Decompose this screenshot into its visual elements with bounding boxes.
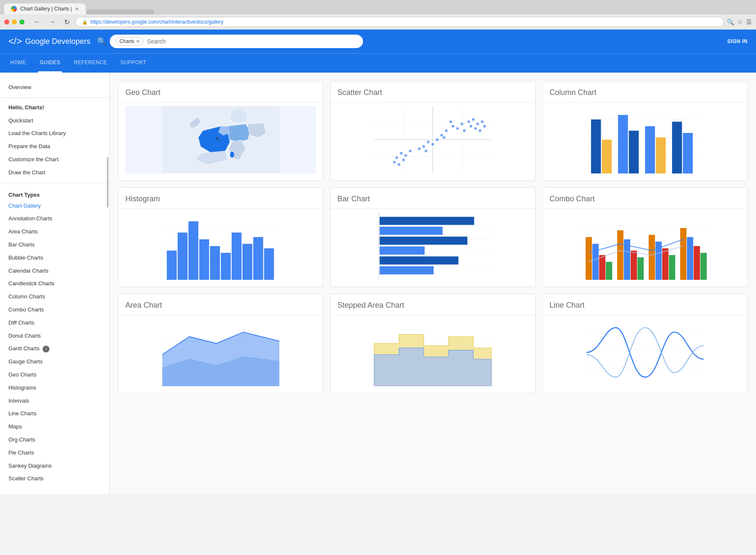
chart-grid: Geo Chart [118, 81, 748, 393]
svg-rect-52 [167, 251, 176, 280]
sidebar-gantt-charts[interactable]: Gantt Charts i [0, 342, 109, 355]
svg-point-29 [470, 125, 472, 127]
sidebar-overview[interactable]: Overview [0, 81, 109, 94]
sidebar-load-library[interactable]: Load the Charts Library [0, 127, 109, 140]
svg-rect-48 [683, 133, 692, 173]
sidebar-calendar-charts[interactable]: Calendar Charts [0, 265, 109, 278]
nav-guides[interactable]: GUIDES [38, 54, 62, 73]
chart-card-line[interactable]: Line Chart [542, 294, 748, 393]
sidebar-sankey-diagrams[interactable]: Sankey Diagrams [0, 460, 109, 473]
svg-rect-89 [687, 237, 693, 280]
bar-svg [337, 212, 528, 280]
sidebar-donut-charts[interactable]: Donut Charts [0, 330, 109, 343]
svg-rect-44 [629, 131, 638, 173]
sidebar-divider-2 [0, 183, 109, 183]
sidebar-area-charts[interactable]: Area Charts [0, 225, 109, 238]
sidebar-prepare-data[interactable]: Prepare the Data [0, 140, 109, 153]
sidebar-maps[interactable]: Maps [0, 420, 109, 433]
search-tag-remove[interactable]: ✕ [136, 39, 140, 44]
ssl-lock-icon: 🔒 [82, 19, 88, 25]
nav-reference[interactable]: REFERENCE [72, 54, 109, 73]
inactive-tab[interactable] [87, 9, 154, 14]
sign-in-button[interactable]: SIGN IN [727, 38, 748, 44]
svg-point-2 [230, 152, 234, 158]
chart-card-bar[interactable]: Bar Chart [330, 187, 535, 287]
minimize-traffic-light[interactable] [12, 19, 17, 24]
chart-card-scatter[interactable]: Scatter Chart [330, 81, 535, 181]
chart-title-column: Column Chart [550, 88, 740, 97]
svg-point-10 [400, 152, 403, 154]
search-input[interactable] [147, 38, 357, 45]
combo-svg [550, 212, 740, 280]
gd-logo[interactable]: </> Google Developers [8, 36, 90, 47]
maximize-traffic-light[interactable] [19, 19, 24, 24]
sidebar-bubble-charts[interactable]: Bubble Charts [0, 252, 109, 265]
chart-card-area[interactable]: Area Chart [118, 294, 323, 393]
search-area: 🔍 Charts ✕ [97, 35, 721, 48]
back-button[interactable]: ← [31, 17, 43, 27]
svg-point-25 [450, 120, 452, 123]
scatter-svg [337, 106, 528, 173]
sidebar-hello-charts[interactable]: Hello, Charts! [0, 101, 109, 114]
chart-card-histogram[interactable]: Histogram [118, 187, 323, 287]
sidebar-pie-charts[interactable]: Pie Charts [0, 447, 109, 460]
sidebar-geo-charts[interactable]: Geo Charts [0, 368, 109, 382]
bookmark-icon[interactable]: ☆ [737, 19, 743, 25]
address-bar[interactable]: 🔒 https://developers.google.com/chart/in… [76, 17, 723, 27]
url-text: https://developers.google.com/chart/inte… [90, 19, 224, 25]
chart-separator [119, 102, 323, 103]
sidebar-customize[interactable]: Customize the Chart [0, 153, 109, 166]
sidebar-gauge-charts[interactable]: Gauge Charts [0, 355, 109, 368]
sidebar-bar-charts[interactable]: Bar Charts [0, 238, 109, 252]
sidebar-column-charts[interactable]: Column Charts [0, 290, 109, 303]
combo-chart-container [550, 212, 740, 280]
chart-title-scatter: Scatter Chart [337, 88, 528, 97]
header-search-icon[interactable]: 🔍 [97, 37, 106, 46]
sidebar-quickstart[interactable]: Quickstart [0, 114, 109, 127]
sidebar-annotation-charts[interactable]: Annotation Charts [0, 212, 109, 225]
sidebar-scrollbar [107, 157, 108, 208]
svg-rect-46 [656, 138, 665, 173]
area-chart-container [125, 319, 316, 386]
chart-separator-2 [331, 102, 535, 103]
chart-card-geo[interactable]: Geo Chart [118, 81, 323, 181]
tab-title: Chart Gallery | Charts | [20, 6, 72, 12]
search-tag[interactable]: Charts ✕ [116, 37, 144, 46]
sidebar-histograms[interactable]: Histograms [0, 382, 109, 395]
svg-point-13 [398, 163, 400, 165]
nav-home[interactable]: HOME [8, 54, 28, 73]
browser-right-icons: 🔍 ☆ ☰ [727, 19, 752, 25]
nav-support[interactable]: SUPPORT [119, 54, 148, 73]
sidebar-diff-charts[interactable]: Diff Charts [0, 317, 109, 330]
svg-rect-53 [178, 233, 187, 280]
sidebar-draw-chart[interactable]: Draw the Chart [0, 166, 109, 179]
reload-button[interactable]: ↻ [62, 17, 72, 27]
chart-card-combo[interactable]: Combo Chart [542, 187, 748, 287]
svg-rect-41 [591, 119, 601, 173]
active-tab[interactable]: Chart Gallery | Charts | ✕ [4, 3, 86, 14]
sidebar-chart-gallery[interactable]: Chart Gallery [0, 200, 109, 213]
chart-card-stepped[interactable]: Stepped Area Chart [330, 294, 535, 393]
geo-chart-svg: ↖ [125, 106, 316, 173]
chart-title-histogram: Histogram [125, 195, 316, 203]
sidebar-candlestick-charts[interactable]: Candlestick Charts [0, 277, 109, 290]
sidebar-combo-charts[interactable]: Combo Charts [0, 303, 109, 317]
sidebar-intervals[interactable]: Intervals [0, 395, 109, 408]
forward-button[interactable]: → [46, 17, 58, 27]
svg-point-9 [396, 156, 398, 159]
search-icon[interactable]: 🔍 [727, 19, 734, 25]
sidebar-scatter-charts[interactable]: Scatter Charts [0, 472, 109, 485]
svg-point-32 [477, 122, 479, 125]
close-traffic-light[interactable] [4, 19, 9, 24]
search-bar[interactable]: Charts ✕ [110, 35, 363, 48]
gd-header: </> Google Developers 🔍 Charts ✕ SIGN IN [0, 30, 756, 53]
svg-rect-58 [232, 233, 241, 280]
svg-rect-45 [645, 126, 655, 173]
tab-close-button[interactable]: ✕ [75, 6, 79, 12]
chart-card-column[interactable]: Column Chart [542, 81, 748, 181]
content-area: Geo Chart [110, 73, 756, 494]
chart-separator-4 [119, 208, 323, 209]
sidebar-line-charts[interactable]: Line Charts [0, 407, 109, 420]
menu-icon[interactable]: ☰ [746, 19, 752, 25]
sidebar-org-charts[interactable]: Org Charts [0, 433, 109, 447]
